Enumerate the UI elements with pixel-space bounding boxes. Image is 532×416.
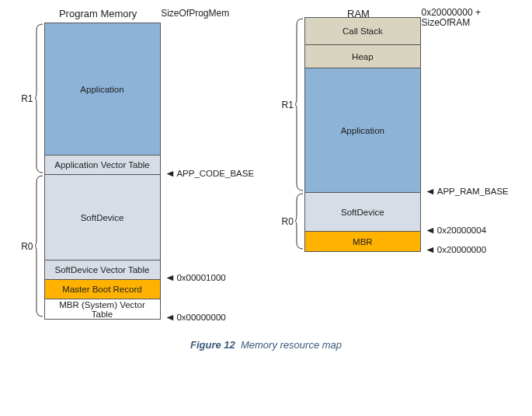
- block-ram-application: Application: [305, 68, 420, 193]
- annot-0x0000: ◄ 0x00000000: [165, 313, 226, 322]
- ram-column: RAM 0x20000000 + SizeOfRAM R1 R0: [282, 8, 511, 252]
- brace-icon: [295, 192, 304, 250]
- annot-0x20000004: ◄ 0x20000004: [426, 225, 486, 235]
- arrow-left-icon: ◄: [425, 187, 436, 196]
- block-softdevice: SoftDevice: [45, 175, 160, 260]
- arrow-left-icon: ◄: [164, 273, 175, 282]
- figure-number: Figure 12: [190, 339, 235, 351]
- arrow-left-icon: ◄: [164, 169, 175, 178]
- arrow-left-icon: ◄: [164, 313, 175, 322]
- arrow-left-icon: ◄: [425, 225, 436, 235]
- annot-0x1000: ◄ 0x00001000: [165, 273, 226, 282]
- block-ram-mbr: MBR: [305, 232, 420, 251]
- block-heap: Heap: [305, 45, 420, 68]
- prog-r0-label: R0: [21, 241, 33, 252]
- prog-stack: Application Application Vector Table Sof…: [44, 23, 161, 320]
- annot-app-code-base: ◄ APP_CODE_BASE: [165, 169, 255, 178]
- block-app-vector-table: Application Vector Table: [45, 156, 160, 175]
- block-ram-softdevice: SoftDevice: [305, 193, 420, 232]
- memory-diagram: Program Memory SizeOfProgMem R1 R0: [8, 8, 524, 320]
- block-mbr: Master Boot Record: [45, 280, 160, 299]
- ram-r0-label: R0: [282, 216, 294, 227]
- block-sd-vector-table: SoftDevice Vector Table: [45, 260, 160, 280]
- figure-title: Memory resource map: [241, 339, 342, 351]
- prog-r1-label: R1: [21, 93, 33, 104]
- prog-header: Program Memory: [40, 8, 156, 19]
- brace-icon: [35, 23, 44, 174]
- ram-r1-label: R1: [282, 100, 294, 110]
- block-mbr-vector-table: MBR (System) Vector Table: [45, 299, 160, 319]
- brace-icon: [35, 174, 44, 318]
- brace-icon: [295, 17, 304, 192]
- arrow-left-icon: ◄: [425, 245, 436, 254]
- program-memory-column: Program Memory SizeOfProgMem R1 R0: [21, 8, 258, 320]
- annot-app-ram-base: ◄ APP_RAM_BASE: [426, 187, 509, 196]
- block-application: Application: [45, 23, 160, 156]
- figure-caption: Figure 12 Memory resource map: [8, 339, 524, 351]
- block-callstack: Call Stack: [305, 18, 420, 45]
- ram-stack: Call Stack Heap Application SoftDevice M…: [304, 17, 421, 252]
- prog-top-annot: SizeOfProgMem: [161, 8, 229, 23]
- annot-0x20000000: ◄ 0x20000000: [426, 245, 486, 254]
